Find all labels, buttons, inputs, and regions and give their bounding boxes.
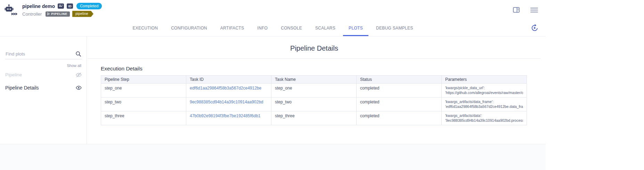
cell-status: completed: [357, 111, 442, 125]
caret-right-icon: [47, 12, 50, 15]
column-header-task-id: Task ID: [186, 76, 271, 84]
task-id-link[interactable]: edf6d1aa29864f58b3a567d2ce4912be: [190, 86, 261, 91]
pipeline-robot-icon: [3, 3, 19, 17]
table-row: step_one edf6d1aa29864f58b3a567d2ce4912b…: [101, 84, 527, 97]
header: pipeline demo ID Completed: [0, 0, 546, 20]
tabs: EXECUTION CONFIGURATION ARTIFACTS INFO C…: [0, 20, 546, 36]
tab-artifacts[interactable]: ARTIFACTS: [215, 20, 250, 36]
param-key: 'kwargs_artifacts/data_frame':: [445, 100, 523, 104]
tab-debug-samples[interactable]: DEBUG SAMPLES: [370, 20, 419, 36]
eye-icon[interactable]: [75, 85, 82, 91]
tab-console[interactable]: CONSOLE: [275, 20, 308, 36]
status-badge: Completed: [76, 3, 102, 9]
id-icon: ID: [67, 3, 73, 9]
plots-main: Pipeline Details Execution Details Pipel…: [87, 36, 546, 144]
header-actions: [513, 7, 538, 13]
cell-task-name: step_three: [271, 111, 357, 125]
tab-execution[interactable]: EXECUTION: [127, 20, 163, 36]
execution-details-table: Pipeline Step Task ID Task Name Status P…: [101, 75, 527, 125]
column-header-pipeline-step: Pipeline Step: [101, 76, 186, 84]
pipeline-type-badge: PIPELINE: [46, 11, 70, 17]
bottom-strip: [0, 144, 546, 170]
cell-task-id: 9ec988385cd94b14a39c10914aa902bd: [186, 97, 271, 111]
app-root: pipeline demo ID Completed: [0, 0, 546, 170]
show-all-link[interactable]: Show all: [5, 63, 81, 68]
tab-plots[interactable]: PLOTS: [343, 20, 368, 36]
console-output-icon: [58, 3, 64, 9]
plot-item-label: Pipeline: [5, 72, 22, 77]
section-title: Execution Details: [101, 66, 527, 72]
cell-pipeline-step: step_two: [101, 97, 186, 111]
cell-task-name: step_one: [271, 84, 357, 97]
hamburger-menu-icon[interactable]: [530, 7, 538, 13]
tab-scalars[interactable]: SCALARS: [310, 20, 341, 36]
param-value: 'https://github.com/allegroai/events/raw…: [445, 91, 523, 95]
eye-off-icon[interactable]: [75, 72, 82, 78]
tab-configuration[interactable]: CONFIGURATION: [165, 20, 213, 36]
plot-widget: Pipeline Details Execution Details Pipel…: [88, 36, 541, 125]
pipeline-type-badge-label: PIPELINE: [51, 12, 67, 16]
find-plots-input[interactable]: [5, 50, 82, 59]
cell-parameters: 'kwargs_artifacts/data': '9ec988385cd94b…: [442, 111, 527, 125]
param-value: '9ec988385cd94b14a39c10914aa902bd.proces…: [445, 118, 523, 123]
cell-task-id: 47b0b92e98194f3fbe7be192485f6db1: [186, 111, 271, 125]
cell-status: completed: [357, 97, 442, 111]
param-key: 'kwargs/pickle_data_url':: [445, 86, 523, 91]
controller-label: Controller: [22, 11, 42, 17]
cell-parameters: 'kwargs_artifacts/data_frame': 'edf6d1aa…: [442, 97, 527, 111]
column-header-task-name: Task Name: [271, 76, 357, 84]
cell-pipeline-step: step_one: [101, 84, 186, 97]
tag-badge: pipeline: [72, 11, 93, 17]
param-value: 'edf6d1aa29864f58b3a567d2ce4912be.data_f…: [445, 104, 523, 109]
param-key: 'kwargs_artifacts/data':: [445, 113, 523, 118]
table-header-row: Pipeline Step Task ID Task Name Status P…: [101, 76, 527, 84]
page-title: pipeline demo: [22, 3, 55, 9]
sidebar-item-pipeline[interactable]: Pipeline: [0, 69, 87, 80]
plot-body: Execution Details Pipeline Step Task ID …: [88, 59, 541, 125]
column-header-status: Status: [357, 76, 442, 84]
cell-task-name: step_two: [271, 97, 357, 111]
table-row: step_three 47b0b92e98194f3fbe7be192485f6…: [101, 111, 527, 125]
search-icon: [75, 51, 81, 58]
sidebar-item-pipeline-details[interactable]: Pipeline Details: [0, 82, 87, 93]
tab-bar: EXECUTION CONFIGURATION ARTIFACTS INFO C…: [0, 20, 546, 36]
auto-refresh-icon[interactable]: [531, 24, 539, 33]
plot-item-label: Pipeline Details: [5, 85, 39, 91]
tab-info[interactable]: INFO: [252, 20, 273, 36]
cell-status: completed: [357, 84, 442, 97]
search-box: [5, 50, 82, 59]
column-header-parameters: Parameters: [442, 76, 527, 84]
plot-title: Pipeline Details: [88, 36, 541, 59]
title-block: pipeline demo ID Completed: [22, 3, 102, 17]
cell-pipeline-step: step_three: [101, 111, 186, 125]
plots-sidebar: Show all Pipeline Pipeline Details: [0, 36, 87, 144]
cell-task-id: edf6d1aa29864f58b3a567d2ce4912be: [186, 84, 271, 97]
details-panel-toggle-icon[interactable]: [513, 7, 520, 13]
task-id-link[interactable]: 9ec988385cd94b14a39c10914aa902bd: [190, 100, 263, 104]
content-area: Show all Pipeline Pipeline Details: [0, 36, 546, 144]
table-row: step_two 9ec988385cd94b14a39c10914aa902b…: [101, 97, 527, 111]
task-id-link[interactable]: 47b0b92e98194f3fbe7be192485f6db1: [190, 113, 261, 118]
id-icon-label: ID: [68, 5, 72, 8]
cell-parameters: 'kwargs/pickle_data_url': 'https://githu…: [442, 84, 527, 97]
